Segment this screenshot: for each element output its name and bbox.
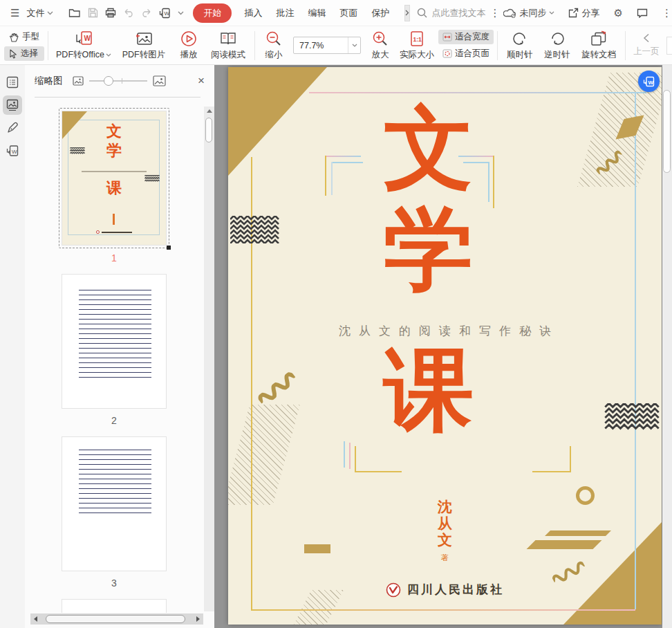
pdf-to-word-icon: W [75, 30, 93, 47]
scroll-left-arrow[interactable] [34, 616, 37, 622]
zoom-out-icon [265, 30, 282, 47]
thumbnail-page-1[interactable]: 文 学 课 [59, 108, 169, 248]
pdf-to-word-fab-button[interactable]: W [638, 71, 660, 92]
sidebar-horizontal-scrollbar[interactable] [30, 613, 203, 625]
share-icon [568, 8, 579, 18]
tab-edit[interactable]: 编辑 [308, 7, 326, 19]
find-text[interactable]: 点此查找文本 ⋮ [417, 7, 500, 19]
zoom-out-button[interactable]: 缩小 [259, 28, 289, 63]
bracket-line [344, 441, 345, 468]
doc-export-icon: W [159, 8, 171, 19]
bracket-line [570, 446, 571, 472]
print-button[interactable] [102, 5, 120, 21]
thumbnail-cover-image: 文 学 课 [62, 111, 166, 245]
tab-page[interactable]: 页面 [339, 7, 357, 19]
outline-list-icon [6, 76, 19, 89]
rotate-cw-icon [512, 30, 528, 47]
sync-status-button[interactable]: 未同步 [500, 4, 558, 22]
play-button[interactable]: 播放 [172, 28, 205, 63]
tab-annotate[interactable]: 批注 [276, 7, 294, 19]
more-options-button[interactable]: ⋮ [658, 4, 672, 22]
svg-text:1:1: 1:1 [413, 35, 422, 42]
main-menu-icon[interactable]: ☰ [7, 4, 23, 22]
thumbnail-sidebar: 缩略图 × 文 [25, 65, 214, 628]
cursor-arrow-icon [9, 49, 17, 59]
menu-bar: ☰ 文件 W 开始 插入 批注 编辑 页面 保护 特 点此查找文本 ⋮ [0, 0, 672, 26]
prev-page-button[interactable]: 上一页 [629, 33, 664, 57]
tab-scroll-right-button[interactable] [404, 5, 410, 21]
publisher-logo-icon [386, 582, 401, 598]
scrollbar-thumb[interactable] [46, 615, 185, 623]
pdf-to-image-button[interactable]: PDF转图片 [115, 28, 172, 63]
small-thumbnail-icon[interactable] [73, 76, 84, 86]
quick-access-dropdown[interactable] [174, 8, 187, 18]
actual-size-button[interactable]: 1:1 实际大小 [395, 28, 438, 63]
tab-insert[interactable]: 插入 [244, 7, 262, 19]
scrollbar-thumb[interactable] [663, 90, 671, 173]
thumbnail-image-icon [6, 99, 19, 111]
zigzag-pattern [230, 216, 283, 243]
thumbnail-panel-button[interactable] [3, 95, 22, 115]
select-tool-button[interactable]: 选择 [4, 46, 44, 61]
rotate-document-button[interactable]: 旋转文档 [576, 28, 622, 63]
viewer-vertical-scrollbar[interactable] [662, 65, 672, 628]
zoom-in-icon [372, 30, 389, 47]
svg-text:W: W [165, 10, 170, 17]
selection-handle[interactable] [167, 246, 171, 250]
hand-tool-button[interactable]: 手型 [4, 30, 44, 44]
left-rail: W [0, 65, 25, 628]
thumbnail-page-2[interactable] [59, 272, 169, 411]
fit-page-icon [442, 49, 452, 58]
scroll-right-arrow[interactable] [196, 616, 200, 622]
toolbar: 手型 选择 W PDF转Office PDF转图片 播放 [0, 26, 672, 65]
pdf-to-office-button[interactable]: W PDF转Office [52, 28, 115, 63]
comment-button[interactable] [633, 6, 651, 21]
redo-button[interactable] [138, 6, 156, 20]
scrollbar-thumb[interactable] [205, 118, 212, 142]
rotate-clockwise-button[interactable]: 顺时针 [501, 28, 539, 63]
document-viewer: 文 学 沈从文的阅读和写作秘诀 课 沈 从 文 著 四川人民出版社 [214, 65, 672, 628]
doc-export-icon: W [643, 76, 655, 87]
rotate-counterclockwise-button[interactable]: 逆时针 [539, 28, 576, 63]
scroll-up-arrow[interactable] [207, 109, 212, 113]
thumbnail-page-3[interactable] [59, 434, 169, 573]
svg-text:W: W [84, 35, 91, 42]
open-file-button[interactable] [65, 5, 84, 21]
export-word-panel-button[interactable]: W [3, 141, 22, 160]
zoom-level-combobox[interactable]: 77.7% [293, 37, 361, 54]
page-number-input[interactable]: 1 [666, 37, 672, 55]
fit-page-button[interactable]: 适合页面 [438, 46, 494, 61]
file-menu[interactable]: 文件 [23, 4, 57, 22]
sidebar-vertical-scrollbar[interactable] [204, 107, 214, 611]
export-word-button[interactable]: W [156, 5, 174, 21]
read-mode-button[interactable]: 阅读模式 [205, 28, 251, 63]
settings-button[interactable]: ⚙ [610, 4, 626, 22]
undo-button[interactable] [120, 6, 138, 20]
thumbnail-size-slider[interactable] [89, 76, 147, 86]
book-icon [219, 30, 237, 47]
thumbnail-page-4[interactable] [59, 597, 169, 613]
chevron-right-icon [405, 10, 409, 16]
folder-open-icon [68, 8, 81, 18]
tab-protect[interactable]: 保护 [371, 7, 389, 19]
hatch-pattern [228, 405, 300, 505]
thumbnail-text-page [62, 600, 166, 613]
close-panel-button[interactable]: × [198, 74, 205, 88]
find-more-icon[interactable]: ⋮ [489, 7, 500, 19]
annotation-panel-button[interactable] [3, 118, 22, 138]
publisher-row: 四川人民出版社 [228, 582, 662, 598]
zoom-in-button[interactable]: 放大 [365, 28, 395, 63]
image-convert-icon [135, 30, 153, 47]
cover-title-char-1: 文 [360, 103, 498, 193]
redo-icon [141, 8, 152, 17]
fit-width-button[interactable]: 适合宽度 [438, 30, 494, 44]
chevron-left-icon [643, 33, 650, 43]
save-button[interactable] [84, 5, 102, 21]
tab-home-active[interactable]: 开始 [193, 3, 232, 23]
slider-knob[interactable] [104, 76, 113, 86]
large-thumbnail-icon[interactable] [153, 75, 166, 86]
zoom-dropdown-arrow[interactable] [348, 37, 360, 53]
cover-author: 沈 从 文 著 [228, 499, 662, 563]
outline-panel-button[interactable] [3, 73, 22, 92]
share-button[interactable]: 分享 [565, 4, 603, 22]
